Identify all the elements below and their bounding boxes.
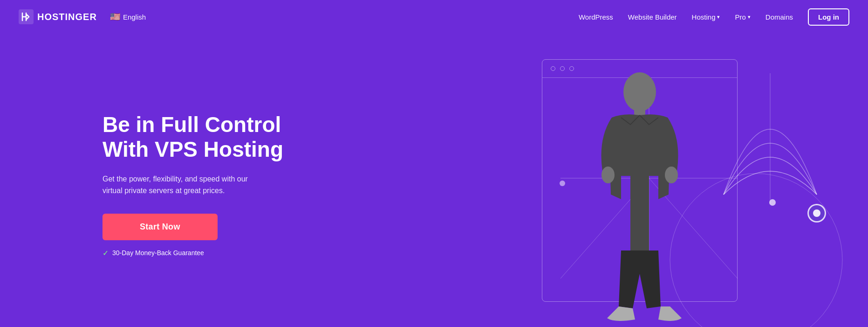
- hosting-chevron-icon: ▾: [717, 14, 720, 20]
- language-selector[interactable]: 🇺🇸 English: [106, 10, 150, 24]
- nav-website-builder[interactable]: Website Builder: [628, 13, 677, 21]
- hero-visual: [542, 50, 831, 320]
- nav-hosting[interactable]: Hosting ▾: [692, 13, 720, 21]
- small-dot-1: [560, 181, 565, 186]
- logo[interactable]: HOSTINGER: [19, 9, 97, 24]
- svg-point-9: [601, 167, 615, 183]
- brand-name: HOSTINGER: [37, 12, 97, 22]
- hero-content: Be in Full Control With VPS Hosting Get …: [103, 112, 298, 257]
- hero-subtitle: Get the power, flexibility, and speed wi…: [103, 173, 266, 197]
- person-figure: [584, 64, 696, 325]
- hero-section: Be in Full Control With VPS Hosting Get …: [0, 34, 868, 327]
- nav-domains[interactable]: Domains: [765, 13, 793, 21]
- accent-circle-inner: [813, 209, 820, 217]
- flag-icon: 🇺🇸: [110, 12, 120, 22]
- svg-point-7: [623, 72, 656, 111]
- logo-icon: [19, 9, 34, 24]
- language-label: English: [123, 13, 146, 21]
- svg-point-10: [665, 167, 678, 183]
- connector-dot: [769, 199, 776, 206]
- browser-dot-2: [560, 66, 565, 71]
- navbar: HOSTINGER 🇺🇸 English WordPress Website B…: [0, 0, 868, 34]
- nav-pro[interactable]: Pro ▾: [735, 13, 750, 21]
- start-now-button[interactable]: Start Now: [103, 214, 218, 240]
- guarantee-row: ✓ 30-Day Money-Back Guarantee: [103, 249, 298, 257]
- pro-chevron-icon: ▾: [748, 14, 751, 20]
- nav-wordpress[interactable]: WordPress: [579, 13, 613, 21]
- browser-dot-1: [551, 66, 555, 71]
- login-button[interactable]: Log in: [808, 8, 849, 26]
- person-container: [570, 45, 710, 325]
- guarantee-text: 30-Day Money-Back Guarantee: [112, 249, 204, 257]
- navbar-right: WordPress Website Builder Hosting ▾ Pro …: [579, 8, 849, 26]
- navbar-left: HOSTINGER 🇺🇸 English: [19, 9, 150, 24]
- check-icon: ✓: [103, 249, 109, 257]
- hero-title: Be in Full Control With VPS Hosting: [103, 112, 298, 162]
- accent-circle: [807, 204, 826, 223]
